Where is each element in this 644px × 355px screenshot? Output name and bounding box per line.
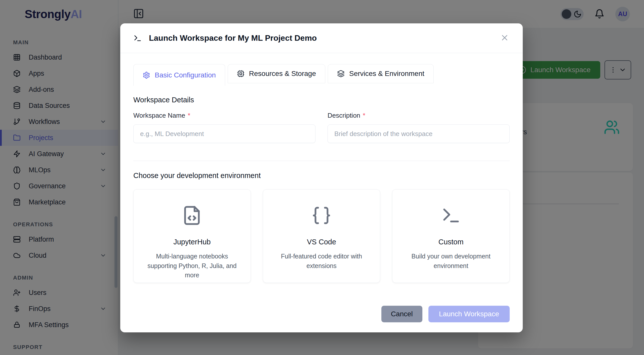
description-label: Description* xyxy=(328,112,510,119)
env-name: Custom xyxy=(438,238,464,246)
app-root: StronglyAI MAIN Dashboard Apps Add-ons D… xyxy=(0,0,644,355)
modal-tabs: Basic Configuration Resources & Storage … xyxy=(133,64,510,86)
env-card-vscode[interactable]: VS Code Full-featured code editor with e… xyxy=(263,189,380,283)
section-divider xyxy=(133,161,510,161)
launch-workspace-modal: Launch Workspace for My ML Project Demo … xyxy=(120,23,523,332)
modal-title: Launch Workspace for My ML Project Demo xyxy=(149,33,317,43)
environment-heading: Choose your development environment xyxy=(133,171,510,180)
gear-icon xyxy=(143,71,150,79)
file-code-icon xyxy=(182,205,202,226)
environment-options: JupyterHub Multi-language notebooks supp… xyxy=(133,189,510,283)
required-marker: * xyxy=(363,112,365,119)
env-description: Build your own development environment xyxy=(403,252,499,271)
tab-basic-configuration[interactable]: Basic Configuration xyxy=(133,64,225,86)
description-field-group: Description* xyxy=(328,112,510,143)
tab-label: Basic Configuration xyxy=(155,71,216,79)
braces-icon xyxy=(311,205,332,226)
tab-services-environment[interactable]: Services & Environment xyxy=(328,64,434,83)
tab-label: Resources & Storage xyxy=(249,70,316,78)
cancel-button[interactable]: Cancel xyxy=(381,306,422,322)
env-card-custom[interactable]: Custom Build your own development enviro… xyxy=(392,189,510,283)
tab-resources-storage[interactable]: Resources & Storage xyxy=(228,64,325,83)
workspace-name-field-group: Workspace Name* xyxy=(133,112,315,143)
description-input[interactable] xyxy=(328,124,510,143)
modal-footer: Cancel Launch Workspace xyxy=(120,306,523,332)
terminal-icon xyxy=(133,34,142,42)
env-card-jupyterhub[interactable]: JupyterHub Multi-language notebooks supp… xyxy=(133,189,251,283)
terminal-icon xyxy=(441,205,461,226)
tab-label: Services & Environment xyxy=(349,70,424,78)
required-marker: * xyxy=(188,112,190,119)
env-description: Multi-language notebooks supporting Pyth… xyxy=(144,252,240,280)
workspace-name-label: Workspace Name* xyxy=(133,112,315,119)
workspace-details-heading: Workspace Details xyxy=(133,96,510,104)
launch-workspace-submit-button[interactable]: Launch Workspace xyxy=(428,306,510,322)
modal-body: Basic Configuration Resources & Storage … xyxy=(120,53,523,306)
close-button[interactable] xyxy=(500,33,510,43)
modal-header: Launch Workspace for My ML Project Demo xyxy=(120,23,523,53)
layers-icon xyxy=(337,70,345,77)
env-description: Full-featured code editor with extension… xyxy=(274,252,370,271)
workspace-name-input[interactable] xyxy=(133,124,315,143)
cpu-icon xyxy=(237,70,245,77)
close-icon xyxy=(500,33,509,42)
env-name: VS Code xyxy=(307,238,336,246)
workspace-fields: Workspace Name* Description* xyxy=(133,112,510,143)
env-name: JupyterHub xyxy=(173,238,211,246)
